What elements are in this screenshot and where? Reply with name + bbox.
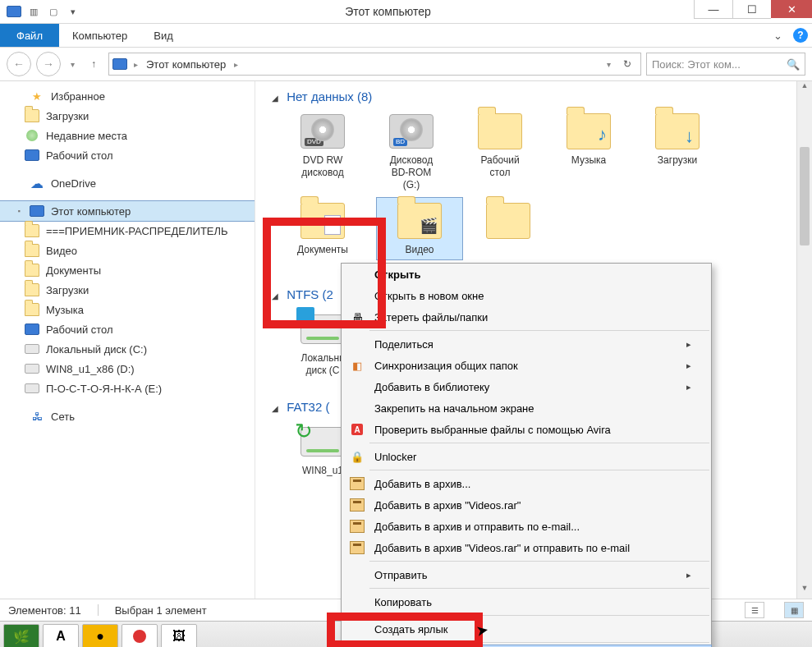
- item-folder-partial[interactable]: [466, 198, 551, 259]
- sidebar-item-label: Этот компьютер: [51, 205, 131, 218]
- sidebar-item-label: Рабочий стол: [46, 149, 113, 162]
- menu-scan-avira[interactable]: АПроверить выбранные файлы с помощью Avi…: [342, 419, 711, 440]
- address-dropdown-icon[interactable]: ▾: [603, 60, 614, 69]
- item-label: (G:): [370, 179, 452, 191]
- sidebar-item-desktop[interactable]: Рабочий стол: [0, 145, 255, 165]
- menu-sync-folders[interactable]: ◧Синхронизация общих папок▸: [342, 355, 711, 376]
- scroll-up-icon[interactable]: ▲: [797, 81, 812, 96]
- sidebar-network[interactable]: 🖧 Сеть: [0, 406, 255, 426]
- taskbar-app[interactable]: 🖼: [161, 624, 197, 647]
- tab-computer[interactable]: Компьютер: [59, 24, 140, 47]
- item-label: Загрузки: [636, 154, 718, 167]
- details-view-button[interactable]: ☰: [745, 602, 764, 618]
- menu-open[interactable]: Открыть: [342, 264, 711, 285]
- expand-ribbon-icon[interactable]: ⌄: [766, 24, 789, 47]
- refresh-icon[interactable]: ↻: [617, 58, 637, 70]
- icons-view-button[interactable]: ▦: [784, 602, 804, 618]
- collapse-icon[interactable]: ◢: [272, 291, 278, 301]
- sidebar-item-label: Рабочий стол: [46, 324, 113, 336]
- search-input[interactable]: Поиск: Этот ком... 🔍: [646, 53, 805, 76]
- help-button[interactable]: ?: [789, 24, 812, 47]
- address-bar[interactable]: ▸ Этот компьютер ▸ ▾ ↻: [108, 53, 641, 76]
- sidebar-item-folder[interactable]: ===ПРИЕМНИК-РАСПРЕДЕЛИТЕЛЬ: [0, 221, 255, 241]
- sidebar-item-drive-e[interactable]: П-О-С-Т-О-Я-Н-К-А (E:): [0, 379, 255, 398]
- new-folder-icon[interactable]: ▢: [44, 3, 62, 20]
- sidebar-item-recent[interactable]: Недавние места: [0, 126, 255, 145]
- back-button[interactable]: ←: [7, 52, 31, 76]
- menu-share[interactable]: Поделиться▸: [342, 333, 711, 355]
- maximize-button[interactable]: ☐: [732, 0, 771, 19]
- collapse-icon[interactable]: [15, 179, 23, 187]
- up-button[interactable]: ↑: [84, 54, 103, 74]
- menu-erase-files[interactable]: 🖶Затереть файлы/папки: [342, 306, 711, 328]
- taskbar-app[interactable]: 🌿: [3, 624, 39, 647]
- item-desktop[interactable]: Рабочий стол: [457, 108, 543, 195]
- close-button[interactable]: ✕: [771, 0, 812, 18]
- pc-icon[interactable]: [5, 3, 23, 20]
- sidebar-onedrive[interactable]: ☁ OneDrive: [0, 173, 255, 193]
- menu-copy[interactable]: Копировать: [342, 591, 711, 613]
- menu-create-shortcut[interactable]: Создать ярлык: [342, 618, 711, 640]
- rar-icon: [348, 540, 366, 555]
- sidebar-item-downloads[interactable]: Загрузки: [0, 280, 255, 300]
- item-bd-drive[interactable]: BD Дисковод BD-ROM (G:): [369, 108, 454, 195]
- item-dvd-drive[interactable]: DVD DVD RW дисковод: [280, 108, 365, 195]
- taskbar-app[interactable]: A: [43, 624, 79, 647]
- item-downloads[interactable]: ↓ Загрузки: [635, 108, 720, 195]
- sidebar-item-music[interactable]: Музыка: [0, 300, 255, 319]
- menu-add-to-archive-name[interactable]: Добавить в архив "Videos.rar": [342, 494, 711, 516]
- scrollbar[interactable]: ▲ ▼: [796, 81, 812, 599]
- sidebar-item-drive-c[interactable]: Локальный диск (C:): [0, 339, 255, 359]
- file-tab[interactable]: Файл: [0, 24, 59, 47]
- chevron-right-icon[interactable]: ▸: [231, 60, 241, 69]
- tab-view[interactable]: Вид: [140, 24, 186, 47]
- taskbar-app[interactable]: ●: [82, 624, 118, 647]
- folder-icon: ♪: [567, 112, 611, 151]
- drive-icon: [25, 361, 39, 376]
- qat-dropdown-icon[interactable]: ▾: [64, 3, 82, 20]
- window-title: Этот компьютер: [82, 5, 694, 18]
- minimize-button[interactable]: —: [694, 0, 732, 19]
- menu-archive-email-name[interactable]: Добавить в архив "Videos.rar" и отправит…: [342, 537, 711, 558]
- properties-icon[interactable]: ▥: [25, 3, 43, 20]
- sidebar-item-drive-d[interactable]: WIN8_u1_x86 (D:): [0, 359, 255, 379]
- drive-icon: [300, 310, 345, 349]
- sidebar-favorites[interactable]: ★ Избранное: [0, 86, 255, 106]
- taskbar-app[interactable]: [122, 624, 158, 647]
- sidebar-item-documents[interactable]: Документы: [0, 260, 255, 280]
- item-documents[interactable]: Документы: [280, 198, 365, 259]
- sidebar-item-desktop[interactable]: Рабочий стол: [0, 319, 255, 339]
- collapse-icon[interactable]: [15, 92, 23, 100]
- sidebar-item-downloads[interactable]: Загрузки: [0, 106, 255, 126]
- folder-icon: [478, 112, 522, 151]
- history-dropdown-icon[interactable]: ▾: [66, 60, 79, 69]
- context-menu: Открыть Открыть в новом окне 🖶Затереть ф…: [341, 263, 712, 647]
- item-music[interactable]: ♪ Музыка: [546, 108, 631, 195]
- collapse-icon[interactable]: ◢: [272, 94, 278, 103]
- scroll-down-icon[interactable]: ▼: [797, 584, 812, 599]
- menu-add-to-archive[interactable]: Добавить в архив...: [342, 473, 711, 494]
- menu-archive-email[interactable]: Добавить в архив и отправить по e-mail..…: [342, 516, 711, 537]
- collapse-icon[interactable]: ◢: [272, 404, 278, 413]
- menu-pin-start[interactable]: Закрепить на начальном экране: [342, 397, 711, 419]
- group-title: FAT32 (: [287, 400, 329, 414]
- sidebar-this-pc[interactable]: ▪ Этот компьютер: [0, 201, 255, 221]
- menu-separator: [369, 561, 709, 562]
- menu-open-new-window[interactable]: Открыть в новом окне: [342, 285, 711, 306]
- sidebar-item-label: Документы: [46, 264, 101, 277]
- group-header-nodata[interactable]: ◢ Нет данных (8): [264, 86, 804, 108]
- sidebar-item-video[interactable]: Видео: [0, 241, 255, 260]
- forward-button[interactable]: →: [36, 52, 61, 76]
- menu-send-to[interactable]: Отправить▸: [342, 564, 711, 585]
- collapse-icon[interactable]: [15, 412, 23, 420]
- item-video[interactable]: 🎬 Видео: [377, 198, 462, 259]
- scroll-thumb[interactable]: [800, 147, 810, 245]
- star-icon: ★: [30, 89, 44, 103]
- menu-add-to-library[interactable]: Добавить в библиотеку▸: [342, 376, 711, 397]
- sidebar-item-label: Недавние места: [46, 130, 127, 142]
- shredder-icon: 🖶: [348, 310, 366, 324]
- breadcrumb-root[interactable]: Этот компьютер: [145, 58, 227, 71]
- collapse-icon[interactable]: ▪: [15, 207, 23, 215]
- menu-unlocker[interactable]: 🔒Unlocker: [342, 446, 711, 467]
- chevron-right-icon[interactable]: ▸: [131, 60, 141, 69]
